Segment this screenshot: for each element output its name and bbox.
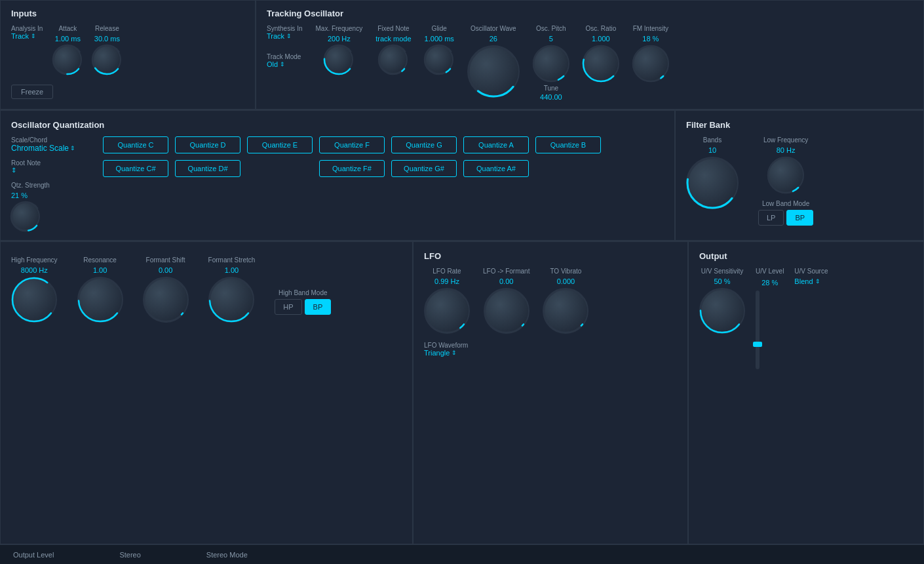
release-knob[interactable] (92, 45, 121, 74)
inputs-title: Inputs (11, 9, 244, 18)
lfo-formant-knob[interactable] (484, 288, 529, 334)
osc-quant-content: Scale/Chord Chromatic Scale Root Note ⇕ … (11, 136, 664, 231)
release-arc (90, 43, 124, 77)
resonance-arc (75, 274, 126, 325)
attack-arc (50, 43, 85, 77)
high-band-mode-buttons: HP BP (275, 299, 331, 315)
lfo-formant-knob-container: LFO -> Formant 0.00 (483, 268, 529, 334)
quantize-a-button[interactable]: Quantize A (463, 136, 529, 153)
quantize-gs-button[interactable]: Quantize G# (391, 160, 457, 177)
osc-quant-left: Scale/Chord Chromatic Scale Root Note ⇕ … (11, 136, 90, 231)
osc-wave-knob[interactable] (467, 45, 520, 98)
quantize-e-button[interactable]: Quantize E (247, 136, 313, 153)
low-freq-knob-container: Low Frequency 80 Hz (758, 136, 813, 193)
high-freq-arc (9, 274, 60, 325)
lfo-waveform-selector[interactable]: LFO Waveform Triangle (424, 342, 677, 357)
osc-pitch-arc (530, 43, 572, 85)
osc-pitch-wrap: Tune 440.00 (533, 45, 569, 101)
lfo-rate-knob[interactable] (424, 288, 470, 334)
tune-section: Tune 440.00 (540, 85, 562, 101)
formant-stretch-knob[interactable] (208, 277, 254, 323)
quantize-f-button[interactable]: Quantize F (319, 136, 385, 153)
release-knob-container: Release 30.0 ms (92, 25, 121, 74)
formant-stretch-knob-container: Formant Stretch 1.00 (208, 256, 256, 323)
uv-sensitivity-arc (697, 285, 748, 336)
status-bar: Output Level Stereo Stereo Mode (0, 544, 924, 564)
quantize-fs-button[interactable]: Quantize F# (319, 160, 385, 177)
quantize-c-button[interactable]: Quantize C (103, 136, 168, 153)
hp-button[interactable]: HP (275, 299, 301, 315)
osc-ratio-knob[interactable] (583, 45, 619, 82)
low-band-mode-container: Low Band Mode LP BP (758, 200, 813, 226)
osc-wave-arc (465, 43, 522, 100)
track-mode-selector[interactable]: Track Mode Old (267, 53, 302, 68)
formant-shift-arc (140, 274, 191, 325)
quantize-b-button[interactable]: Quantize B (535, 136, 601, 153)
output-panel: Output U/V Sensitivity 50 % (688, 241, 924, 544)
glide-knob[interactable] (425, 45, 453, 74)
bands-knob[interactable] (686, 157, 739, 209)
tracking-title: Tracking Oscillator (267, 9, 913, 18)
bp2-button[interactable]: BP (305, 299, 332, 315)
lfo-title: LFO (424, 251, 677, 261)
filter-right: Low Frequency 80 Hz Low Band Mode (758, 136, 813, 226)
osc-ratio-knob-container: Osc. Ratio 1.000 (583, 25, 619, 82)
lp-button[interactable]: LP (758, 210, 784, 226)
high-freq-knob[interactable] (11, 277, 57, 323)
uv-level-slider[interactable] (756, 291, 760, 369)
filter-bottom-panel: High Frequency 8000 Hz Resonance 1.00 (0, 241, 413, 544)
top-row: Inputs Analysis In Track Attack 1.00 ms (0, 0, 924, 110)
stereo-mode-label: Stereo Mode (206, 551, 248, 559)
qtz-strength-arc (9, 199, 43, 233)
bands-knob-container: Bands 10 (686, 136, 739, 209)
quantize-g-button[interactable]: Quantize G (391, 136, 457, 153)
fm-intensity-knob[interactable] (632, 45, 669, 82)
attack-knob[interactable] (53, 45, 82, 74)
freeze-button[interactable]: Freeze (11, 85, 53, 99)
max-freq-knob[interactable] (324, 45, 353, 74)
formant-shift-knob-container: Formant Shift 0.00 (143, 256, 189, 323)
quantize-ds-button[interactable]: Quantize D# (175, 160, 241, 177)
fixed-note-container: Fixed Note track mode (375, 25, 411, 74)
output-level-label: Output Level (13, 551, 54, 559)
synthesis-in-selector[interactable]: Synthesis In Track (267, 25, 302, 40)
bp-button[interactable]: BP (786, 210, 813, 226)
osc-quant-panel: Oscillator Quantization Scale/Chord Chro… (0, 110, 675, 241)
main-container: Inputs Analysis In Track Attack 1.00 ms (0, 0, 924, 564)
resonance-knob-container: Resonance 1.00 (77, 256, 123, 323)
resonance-knob[interactable] (77, 277, 123, 323)
stereo-label: Stereo (119, 551, 140, 559)
tracking-left: Synthesis In Track Track Mode Old (267, 25, 302, 68)
uv-level-container: U/V Level 28 % (756, 268, 784, 369)
output-title: Output (699, 251, 913, 261)
formant-shift-knob[interactable] (143, 277, 189, 323)
fixed-note-knob[interactable] (379, 45, 408, 74)
scale-chord-selector[interactable]: Scale/Chord Chromatic Scale (11, 136, 90, 153)
lfo-rate-arc (421, 285, 472, 336)
inputs-panel: Inputs Analysis In Track Attack 1.00 ms (0, 0, 256, 110)
lfo-formant-arc (481, 285, 532, 336)
uv-sensitivity-knob[interactable] (699, 288, 745, 334)
osc-pitch-knob[interactable] (533, 45, 569, 82)
quantize-d-button[interactable]: Quantize D (175, 136, 241, 153)
inputs-content: Analysis In Track Attack 1.00 ms (11, 25, 244, 99)
inputs-row2: Freeze (11, 85, 244, 99)
quant-row-1: Quantize C Quantize D Quantize E Quantiz… (103, 136, 601, 153)
analysis-in-selector[interactable]: Analysis In Track (11, 25, 43, 40)
attack-knob-container: Attack 1.00 ms (53, 25, 82, 74)
to-vibrato-knob[interactable] (543, 288, 588, 334)
quantize-cs-button[interactable]: Quantize C# (103, 160, 168, 177)
to-vibrato-knob-container: TO Vibrato 0.000 (543, 268, 588, 334)
bands-arc (683, 154, 741, 212)
low-freq-knob[interactable] (767, 157, 804, 193)
filter-bank-title: Filter Bank (686, 120, 913, 130)
qtz-strength-container: Qtz. Strength 21 % (11, 182, 90, 231)
quantize-as-button[interactable]: Quantize A# (463, 160, 529, 177)
qtz-strength-knob[interactable] (11, 202, 40, 231)
output-content: U/V Sensitivity 50 % U/V Level 28 % (699, 268, 913, 369)
tracking-content: Synthesis In Track Track Mode Old Max. F… (267, 25, 913, 101)
root-note-selector[interactable]: Root Note ⇕ (11, 159, 90, 174)
lfo-waveform-container: LFO Waveform Triangle (424, 342, 677, 357)
uv-level-thumb[interactable] (753, 342, 762, 347)
bottom-row: High Frequency 8000 Hz Resonance 1.00 (0, 241, 924, 544)
